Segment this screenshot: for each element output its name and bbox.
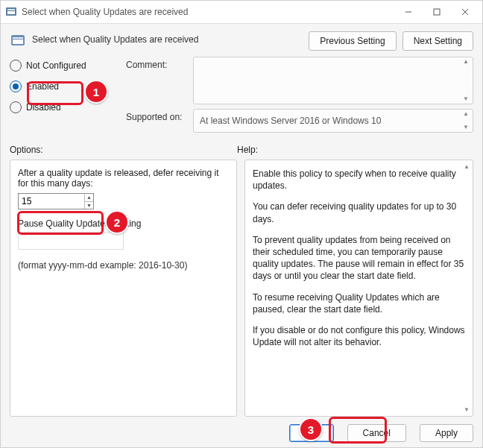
defer-days-spinner[interactable]: ▲▼: [18, 193, 94, 209]
chevron-up-icon[interactable]: ▲: [85, 194, 93, 202]
minimize-button[interactable]: [394, 1, 423, 23]
maximize-button[interactable]: [423, 1, 451, 23]
window-title: Select when Quality Updates are received: [22, 7, 188, 17]
chevron-down-icon[interactable]: ▼: [85, 202, 93, 209]
app-icon: [5, 6, 17, 18]
chevron-up-icon: ▲: [462, 163, 471, 170]
dialog-footer: OK Cancel Apply: [10, 417, 473, 442]
defer-days-input[interactable]: [19, 195, 84, 208]
date-format-hint: (format yyyy-mm-dd example: 2016-10-30): [18, 260, 229, 271]
svg-rect-4: [434, 9, 440, 15]
page-title: Select when Quality Updates are received: [32, 31, 309, 45]
radio-icon: [10, 81, 22, 92]
policy-dialog: Select when Quality Updates are received…: [0, 0, 483, 448]
policy-icon: [10, 33, 26, 49]
apply-button[interactable]: Apply: [420, 424, 473, 442]
comment-label: Comment:: [126, 57, 193, 70]
radio-icon: [10, 60, 22, 72]
help-paragraph: Enable this policy to specify when to re…: [253, 168, 465, 192]
previous-setting-button[interactable]: Previous Setting: [309, 31, 396, 51]
radio-label: Enabled: [26, 81, 59, 92]
spinner-arrows[interactable]: ▲▼: [84, 194, 93, 209]
scroll-icon: ▲▼: [461, 59, 471, 102]
svg-rect-8: [13, 37, 23, 39]
defer-days-label: After a quality update is released, defe…: [18, 168, 229, 189]
titlebar: Select when Quality Updates are received: [1, 1, 482, 24]
pause-date-input[interactable]: [18, 232, 124, 250]
help-paragraph: To prevent quality updates from being re…: [253, 234, 465, 283]
cancel-button[interactable]: Cancel: [347, 424, 406, 442]
options-pane: After a quality update is released, defe…: [10, 160, 237, 417]
radio-label: Not Configured: [26, 60, 86, 71]
help-paragraph: If you disable or do not configure this …: [253, 324, 465, 348]
help-label: Help:: [237, 145, 473, 155]
ok-button[interactable]: OK: [289, 424, 333, 442]
comment-textarea[interactable]: ▲▼: [193, 57, 473, 104]
radio-icon: [10, 101, 22, 113]
close-button[interactable]: [451, 1, 479, 23]
radio-disabled[interactable]: Disabled: [10, 98, 114, 116]
chevron-down-icon: ▼: [462, 406, 471, 413]
supported-on-value: At least Windows Server 2016 or Windows …: [200, 116, 381, 126]
svg-rect-2: [7, 11, 15, 14]
supported-label: Supported on:: [126, 109, 193, 122]
help-pane: Enable this policy to specify when to re…: [244, 160, 473, 417]
svg-rect-1: [7, 9, 15, 10]
dialog-content: Select when Quality Updates are received…: [1, 24, 482, 448]
help-paragraph: You can defer receiving quality updates …: [253, 201, 465, 224]
supported-on-field: At least Windows Server 2016 or Windows …: [193, 109, 473, 133]
radio-not-configured[interactable]: Not Configured: [10, 57, 114, 75]
options-label: Options:: [10, 145, 237, 155]
pause-updates-label: Pause Quality Updates starting: [18, 218, 229, 229]
next-setting-button[interactable]: Next Setting: [402, 31, 473, 51]
help-paragraph: To resume receiving Quality Updates whic…: [253, 291, 465, 315]
radio-enabled[interactable]: Enabled: [10, 78, 114, 95]
scroll-icon: ▲▼: [461, 111, 471, 130]
svg-rect-9: [13, 40, 23, 44]
radio-label: Disabled: [26, 102, 61, 113]
